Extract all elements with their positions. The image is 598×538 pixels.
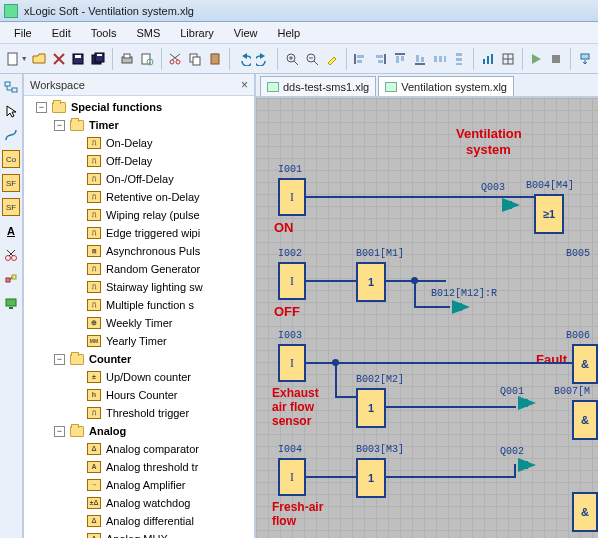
tree-item[interactable]: AAnalog MUX	[28, 530, 254, 538]
menu-edit[interactable]: Edit	[44, 25, 79, 41]
tree-item[interactable]: ⧈Asynchronous Puls	[28, 242, 254, 260]
tree-item[interactable]: hHours Counter	[28, 386, 254, 404]
menu-sms[interactable]: SMS	[128, 25, 168, 41]
collapse-icon[interactable]: −	[54, 426, 65, 437]
menu-file[interactable]: File	[6, 25, 40, 41]
undo-button[interactable]	[235, 48, 253, 70]
collapse-icon[interactable]: −	[36, 102, 47, 113]
stop-button[interactable]	[547, 48, 565, 70]
tree-group-timer[interactable]: − Timer	[28, 116, 254, 134]
chart-button[interactable]	[479, 48, 497, 70]
tree-item[interactable]: ±Up/Down counter	[28, 368, 254, 386]
save-all-button[interactable]	[89, 48, 107, 70]
tab-ventilation[interactable]: Ventilation system.xlg	[378, 76, 514, 96]
save-button[interactable]	[69, 48, 87, 70]
align-left-button[interactable]	[351, 48, 369, 70]
align-right-button[interactable]	[371, 48, 389, 70]
tree-item[interactable]: ⎍Edge triggered wipi	[28, 224, 254, 242]
tree-item[interactable]: ⎍On-Delay	[28, 134, 254, 152]
cut-button[interactable]	[166, 48, 184, 70]
cut-wire-icon[interactable]	[2, 246, 20, 264]
new-dropdown-icon[interactable]: ▼	[21, 48, 28, 70]
download-button[interactable]	[576, 48, 594, 70]
toolbar-sep	[346, 48, 347, 70]
run-button[interactable]	[528, 48, 546, 70]
tree-item[interactable]: ⎍Multiple function s	[28, 296, 254, 314]
tree-item[interactable]: AAnalog threshold tr	[28, 458, 254, 476]
tree-item[interactable]: ΔAnalog comparator	[28, 440, 254, 458]
tree-item[interactable]: ⎍Wiping relay (pulse	[28, 206, 254, 224]
open-button[interactable]	[30, 48, 48, 70]
svg-point-13	[176, 60, 180, 64]
block-b004[interactable]: ≥1	[534, 194, 564, 234]
copy-button[interactable]	[186, 48, 204, 70]
svg-rect-42	[456, 53, 462, 56]
connector-icon[interactable]	[2, 126, 20, 144]
distribute-v-button[interactable]	[450, 48, 468, 70]
tree-group-counter[interactable]: − Counter	[28, 350, 254, 368]
close-button[interactable]	[50, 48, 68, 70]
diagram-canvas[interactable]: Ventilation system Fault I001 I ON I002 …	[256, 98, 598, 538]
grid-button[interactable]	[499, 48, 517, 70]
paste-button[interactable]	[206, 48, 224, 70]
align-bottom-button[interactable]	[411, 48, 429, 70]
tree-group-analog[interactable]: − Analog	[28, 422, 254, 440]
folder-icon	[69, 118, 85, 132]
tree-item[interactable]: →Analog Amplifier	[28, 476, 254, 494]
block-b002[interactable]: 1	[356, 388, 386, 428]
text-icon[interactable]: A	[2, 222, 20, 240]
print-preview-button[interactable]	[138, 48, 156, 70]
tree-item[interactable]: ±ΔAnalog watchdog	[28, 494, 254, 512]
print-button[interactable]	[118, 48, 136, 70]
sf2-icon[interactable]: SF	[2, 198, 20, 216]
block-b006[interactable]: &	[572, 344, 598, 384]
constants-icon[interactable]: Co	[2, 150, 20, 168]
distribute-h-button[interactable]	[431, 48, 449, 70]
folder-icon	[69, 352, 85, 366]
block-b001[interactable]: 1	[356, 262, 386, 302]
redo-button[interactable]	[254, 48, 272, 70]
tree-item[interactable]: ⊕Weekly Timer	[28, 314, 254, 332]
collapse-icon[interactable]: −	[54, 120, 65, 131]
tab-dds-test[interactable]: dds-test-sms1.xlg	[260, 76, 376, 96]
align-top-button[interactable]	[391, 48, 409, 70]
zoom-in-button[interactable]	[283, 48, 301, 70]
block-b007[interactable]: &	[572, 400, 598, 440]
block-i001[interactable]: I	[278, 178, 306, 216]
highlight-button[interactable]	[323, 48, 341, 70]
collapse-icon[interactable]: −	[54, 354, 65, 365]
block-i004[interactable]: I	[278, 458, 306, 496]
block-i003[interactable]: I	[278, 344, 306, 382]
tag-b005: B005	[566, 248, 590, 259]
tree-item[interactable]: ⎍Off-Delay	[28, 152, 254, 170]
block-b003[interactable]: 1	[356, 458, 386, 498]
svg-rect-53	[5, 82, 10, 86]
sf-icon[interactable]: SF	[2, 174, 20, 192]
tree-special-functions[interactable]: − Special functions	[28, 98, 254, 116]
svg-rect-51	[552, 55, 560, 63]
menu-view[interactable]: View	[226, 25, 266, 41]
zoom-out-button[interactable]	[303, 48, 321, 70]
workspace-icon[interactable]	[2, 78, 20, 96]
menu-tools[interactable]: Tools	[83, 25, 125, 41]
pointer-icon[interactable]	[2, 102, 20, 120]
tree-item[interactable]: ⎍Threshold trigger	[28, 404, 254, 422]
block-icon: ⊕	[86, 316, 102, 330]
tree-item[interactable]: ΔAnalog differential	[28, 512, 254, 530]
simulate-icon[interactable]	[2, 270, 20, 288]
new-button[interactable]	[4, 48, 22, 70]
block-edge1[interactable]: &	[572, 492, 598, 532]
monitor-icon[interactable]	[2, 294, 20, 312]
block-i002[interactable]: I	[278, 262, 306, 300]
tree-item[interactable]: ⎍Random Generator	[28, 260, 254, 278]
svg-point-57	[6, 256, 11, 261]
menu-library[interactable]: Library	[172, 25, 222, 41]
tree-item[interactable]: MMDDYearly Timer	[28, 332, 254, 350]
close-icon[interactable]: ×	[241, 78, 248, 92]
svg-line-25	[314, 61, 318, 65]
tree-item[interactable]: ⎍Retentive on-Delay	[28, 188, 254, 206]
tree-item[interactable]: ⎍On-/Off-Delay	[28, 170, 254, 188]
menu-help[interactable]: Help	[270, 25, 309, 41]
function-tree[interactable]: − Special functions − Timer ⎍On-Delay ⎍O…	[24, 96, 254, 538]
tree-item[interactable]: ⎍Stairway lighting sw	[28, 278, 254, 296]
